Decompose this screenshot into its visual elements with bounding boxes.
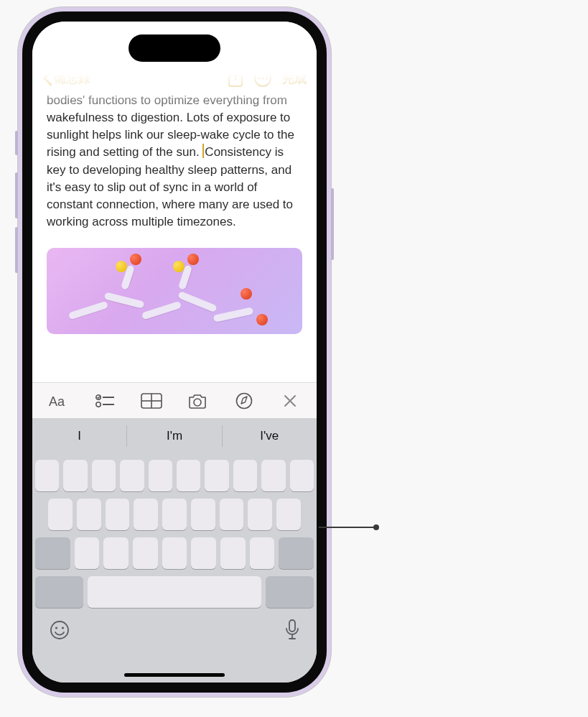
- svg-point-15: [96, 402, 101, 406]
- blank-key[interactable]: [220, 499, 244, 530]
- camera-button[interactable]: [187, 390, 208, 412]
- blank-key[interactable]: [261, 460, 285, 491]
- ringer-switch[interactable]: [15, 131, 18, 155]
- blank-key[interactable]: [106, 499, 130, 530]
- status-time: 9:41: [52, 39, 77, 53]
- blank-key[interactable]: [103, 537, 129, 569]
- blank-key[interactable]: [162, 537, 187, 569]
- prediction-3[interactable]: I've: [222, 425, 317, 447]
- svg-rect-2: [248, 44, 250, 50]
- blank-key[interactable]: [191, 537, 216, 569]
- cellular-icon: [241, 42, 255, 50]
- more-button[interactable]: [253, 69, 272, 88]
- nav-bar: 備忘錄 完成: [32, 62, 317, 95]
- svg-rect-1: [244, 46, 246, 50]
- blank-key[interactable]: [35, 537, 70, 569]
- blank-key[interactable]: [162, 499, 187, 530]
- blank-key[interactable]: [290, 460, 314, 491]
- back-button[interactable]: 備忘錄: [42, 70, 90, 87]
- done-button[interactable]: 完成: [282, 70, 307, 87]
- format-toolbar: Aa: [32, 382, 317, 418]
- blank-key[interactable]: [279, 537, 314, 569]
- blank-key[interactable]: [276, 499, 301, 530]
- emoji-button[interactable]: [50, 620, 70, 640]
- blank-key[interactable]: [248, 499, 272, 530]
- volume-down-button[interactable]: [15, 227, 18, 273]
- wifi-icon: [259, 42, 272, 51]
- blank-key[interactable]: [35, 460, 59, 491]
- blank-key[interactable]: [63, 460, 87, 491]
- svg-text:Aa: Aa: [49, 394, 65, 409]
- svg-point-20: [194, 399, 201, 406]
- blank-key[interactable]: [149, 460, 172, 491]
- svg-point-24: [62, 626, 64, 629]
- blank-key[interactable]: [266, 576, 314, 608]
- text-format-button[interactable]: Aa: [48, 390, 70, 412]
- keyboard-trackpad-mode[interactable]: [32, 454, 317, 683]
- blank-key[interactable]: [134, 499, 158, 530]
- checklist-button[interactable]: [94, 390, 116, 412]
- battery-icon: [276, 42, 297, 51]
- callout-line: [319, 527, 378, 528]
- space-key[interactable]: [88, 576, 261, 608]
- blank-key[interactable]: [120, 460, 144, 491]
- markup-button[interactable]: [233, 390, 255, 412]
- svg-rect-0: [241, 47, 243, 50]
- prediction-1[interactable]: I: [32, 418, 126, 454]
- note-attachment-image[interactable]: [47, 248, 302, 334]
- svg-point-10: [261, 77, 263, 79]
- blank-key[interactable]: [35, 576, 83, 608]
- blank-key[interactable]: [77, 499, 101, 530]
- blank-key[interactable]: [92, 460, 116, 491]
- svg-rect-3: [251, 42, 253, 50]
- volume-up-button[interactable]: [15, 172, 18, 218]
- dictation-button[interactable]: [285, 619, 299, 641]
- predictive-text-bar: I I'm I've: [32, 418, 317, 454]
- svg-point-9: [258, 77, 260, 79]
- side-button[interactable]: [331, 188, 334, 260]
- home-indicator[interactable]: [124, 673, 225, 677]
- blank-key[interactable]: [191, 499, 215, 530]
- svg-point-11: [266, 77, 268, 79]
- phone-frame: 9:41: [18, 7, 331, 697]
- svg-rect-25: [289, 620, 295, 632]
- blank-key[interactable]: [48, 499, 73, 530]
- blank-key[interactable]: [133, 537, 158, 569]
- chevron-left-icon: [42, 70, 52, 86]
- svg-rect-5: [278, 43, 293, 50]
- prediction-2[interactable]: I'm: [126, 425, 221, 447]
- share-button[interactable]: [228, 69, 243, 88]
- note-text-area[interactable]: bodies' functions to optimize everything…: [32, 92, 317, 231]
- table-button[interactable]: [141, 390, 162, 412]
- blank-key[interactable]: [220, 537, 246, 569]
- svg-point-21: [236, 393, 251, 408]
- blank-key[interactable]: [75, 537, 100, 569]
- svg-point-22: [51, 621, 68, 639]
- close-toolbar-button[interactable]: [279, 390, 301, 412]
- blank-key[interactable]: [205, 460, 228, 491]
- svg-rect-6: [295, 45, 297, 48]
- blank-key[interactable]: [250, 537, 275, 569]
- blank-key[interactable]: [177, 460, 200, 491]
- dynamic-island: [129, 34, 220, 62]
- svg-point-23: [55, 626, 57, 629]
- blank-key[interactable]: [233, 460, 257, 491]
- back-label: 備忘錄: [54, 70, 90, 87]
